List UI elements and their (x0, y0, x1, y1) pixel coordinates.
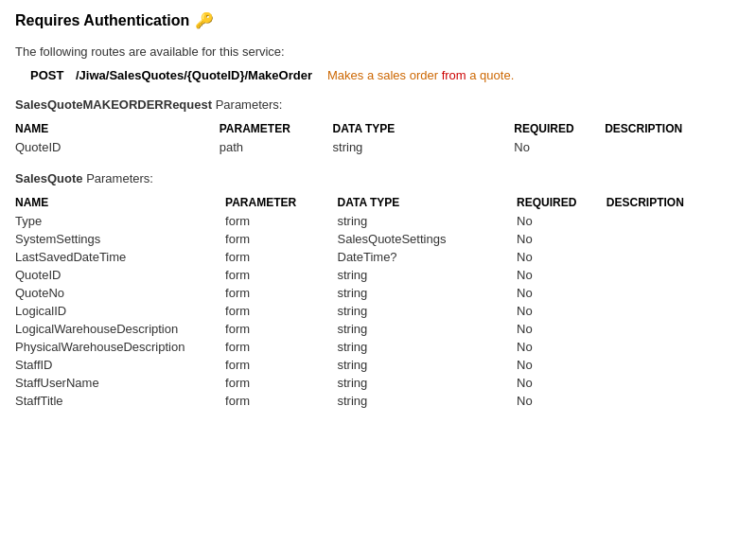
param-required: No (517, 212, 607, 230)
param-datatype: string (338, 338, 518, 356)
param-datatype: string (333, 138, 515, 156)
table-row: StaffUserNameformstringNo (15, 374, 741, 392)
param-type: path (220, 138, 333, 156)
param-datatype: string (338, 302, 518, 320)
route-method: POST (30, 68, 68, 82)
param-description (607, 338, 741, 356)
param-name: LogicalID (15, 302, 225, 320)
page-title-text: Requires Authentication (15, 12, 189, 29)
route-path: /Jiwa/SalesQuotes/{QuoteID}/MakeOrder (76, 68, 312, 82)
param-type: form (225, 230, 337, 248)
param-description (607, 356, 741, 374)
table-row: LastSavedDateTimeformDateTime?No (15, 248, 741, 266)
makeorder-col-description: DESCRIPTION (605, 119, 741, 138)
route-description: Makes a sales order from a quote. (327, 68, 514, 82)
param-name: PhysicalWarehouseDescription (15, 338, 225, 356)
salesquote-title-normal: Parameters: (83, 171, 153, 185)
salesquote-section-title: SalesQuote Parameters: (15, 171, 741, 185)
route-from-text: from (442, 68, 466, 82)
salesquote-col-name: NAME (15, 193, 225, 212)
param-required: No (517, 302, 607, 320)
makeorder-section: SalesQuoteMAKEORDERRequest Parameters: N… (15, 97, 741, 156)
param-description (607, 266, 741, 284)
param-type: form (225, 356, 337, 374)
param-description (607, 392, 741, 410)
param-required: No (517, 284, 607, 302)
param-type: form (225, 266, 337, 284)
salesquote-col-parameter: PARAMETER (225, 193, 337, 212)
param-datatype: string (338, 266, 518, 284)
param-datatype: string (338, 212, 518, 230)
param-type: form (225, 374, 337, 392)
param-description (607, 230, 741, 248)
salesquote-params-table: NAME PARAMETER DATA TYPE REQUIRED DESCRI… (15, 193, 741, 410)
param-description (607, 302, 741, 320)
param-description (607, 248, 741, 266)
makeorder-col-datatype: DATA TYPE (333, 119, 515, 138)
param-name: StaffTitle (15, 392, 225, 410)
table-row: QuoteIDpathstringNo (15, 138, 741, 156)
table-row: PhysicalWarehouseDescriptionformstringNo (15, 338, 741, 356)
makeorder-col-required: REQUIRED (514, 119, 605, 138)
param-required: No (517, 392, 607, 410)
table-row: TypeformstringNo (15, 212, 741, 230)
salesquote-header-row: NAME PARAMETER DATA TYPE REQUIRED DESCRI… (15, 193, 741, 212)
param-name: StaffID (15, 356, 225, 374)
param-type: form (225, 284, 337, 302)
param-required: No (517, 338, 607, 356)
param-type: form (225, 302, 337, 320)
param-description (607, 212, 741, 230)
salesquote-title-bold: SalesQuote (15, 171, 83, 185)
makeorder-header-row: NAME PARAMETER DATA TYPE REQUIRED DESCRI… (15, 119, 741, 138)
makeorder-col-name: NAME (15, 119, 220, 138)
param-required: No (517, 248, 607, 266)
salesquote-col-description: DESCRIPTION (607, 193, 741, 212)
param-name: StaffUserName (15, 374, 225, 392)
param-required: No (517, 320, 607, 338)
param-description (607, 374, 741, 392)
table-row: QuoteIDformstringNo (15, 266, 741, 284)
param-type: form (225, 338, 337, 356)
table-row: LogicalIDformstringNo (15, 302, 741, 320)
param-name: QuoteNo (15, 284, 225, 302)
param-datatype: string (338, 374, 518, 392)
param-name: QuoteID (15, 138, 220, 156)
param-type: form (225, 212, 337, 230)
param-name: LastSavedDateTime (15, 248, 225, 266)
salesquote-col-required: REQUIRED (517, 193, 607, 212)
table-row: StaffIDformstringNo (15, 356, 741, 374)
table-row: LogicalWarehouseDescriptionformstringNo (15, 320, 741, 338)
param-datatype: string (338, 320, 518, 338)
param-description (607, 284, 741, 302)
param-required: No (517, 230, 607, 248)
route-row: POST /Jiwa/SalesQuotes/{QuoteID}/MakeOrd… (15, 68, 741, 82)
param-required: No (517, 266, 607, 284)
param-required: No (517, 356, 607, 374)
param-datatype: string (338, 284, 518, 302)
salesquote-col-datatype: DATA TYPE (338, 193, 518, 212)
param-datatype: SalesQuoteSettings (338, 230, 518, 248)
key-icon: 🔑 (195, 11, 214, 29)
makeorder-title-bold: SalesQuoteMAKEORDERRequest (15, 97, 212, 112)
param-type: form (225, 392, 337, 410)
makeorder-title-normal: Parameters: (212, 97, 282, 112)
param-name: LogicalWarehouseDescription (15, 320, 225, 338)
param-datatype: string (338, 392, 518, 410)
table-row: StaffTitleformstringNo (15, 392, 741, 410)
param-name: SystemSettings (15, 230, 225, 248)
param-name: QuoteID (15, 266, 225, 284)
param-datatype: string (338, 356, 518, 374)
page-title: Requires Authentication 🔑 (15, 11, 741, 29)
makeorder-params-table: NAME PARAMETER DATA TYPE REQUIRED DESCRI… (15, 119, 741, 156)
param-name: Type (15, 212, 225, 230)
table-row: SystemSettingsformSalesQuoteSettingsNo (15, 230, 741, 248)
makeorder-col-parameter: PARAMETER (220, 119, 333, 138)
param-description (605, 138, 741, 156)
param-type: form (225, 248, 337, 266)
param-description (607, 320, 741, 338)
makeorder-section-title: SalesQuoteMAKEORDERRequest Parameters: (15, 97, 741, 112)
param-type: form (225, 320, 337, 338)
table-row: QuoteNoformstringNo (15, 284, 741, 302)
routes-description: The following routes are available for t… (15, 44, 741, 59)
param-datatype: DateTime? (338, 248, 518, 266)
